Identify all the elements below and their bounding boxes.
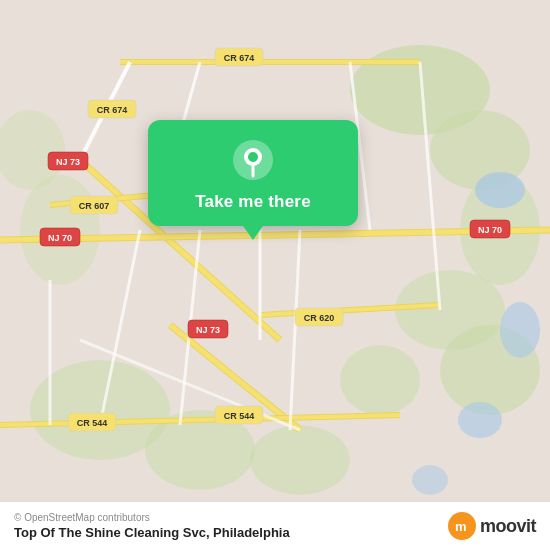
svg-point-12: [475, 172, 525, 208]
svg-text:CR 544: CR 544: [224, 411, 255, 421]
svg-point-6: [340, 345, 420, 415]
svg-point-64: [248, 152, 258, 162]
svg-text:NJ 73: NJ 73: [196, 325, 220, 335]
moovit-logo: m moovit: [448, 512, 536, 540]
take-me-there-button[interactable]: Take me there: [195, 192, 311, 212]
svg-point-14: [458, 402, 502, 438]
svg-point-9: [250, 425, 350, 495]
map-pin-icon: [231, 138, 275, 182]
svg-text:NJ 70: NJ 70: [478, 225, 502, 235]
map-svg: CR 674 CR 674 NJ 73 CR 607 CR 607 NJ 70 …: [0, 0, 550, 550]
svg-text:CR 674: CR 674: [97, 105, 128, 115]
copyright-text: © OpenStreetMap contributors: [14, 512, 290, 523]
svg-text:m: m: [455, 519, 467, 534]
moovit-icon: m: [448, 512, 476, 540]
svg-text:CR 674: CR 674: [224, 53, 255, 63]
svg-text:CR 620: CR 620: [304, 313, 335, 323]
bottom-bar: © OpenStreetMap contributors Top Of The …: [0, 501, 550, 550]
svg-text:CR 607: CR 607: [79, 201, 110, 211]
moovit-brand-text: moovit: [480, 516, 536, 537]
location-name: Top Of The Shine Cleaning Svc, Philadelp…: [14, 525, 290, 540]
svg-text:NJ 70: NJ 70: [48, 233, 72, 243]
map-container[interactable]: CR 674 CR 674 NJ 73 CR 607 CR 607 NJ 70 …: [0, 0, 550, 550]
svg-text:NJ 73: NJ 73: [56, 157, 80, 167]
svg-text:CR 544: CR 544: [77, 418, 108, 428]
navigation-popup[interactable]: Take me there: [148, 120, 358, 226]
bottom-left-info: © OpenStreetMap contributors Top Of The …: [14, 512, 290, 540]
svg-point-13: [500, 302, 540, 358]
svg-point-15: [412, 465, 448, 495]
